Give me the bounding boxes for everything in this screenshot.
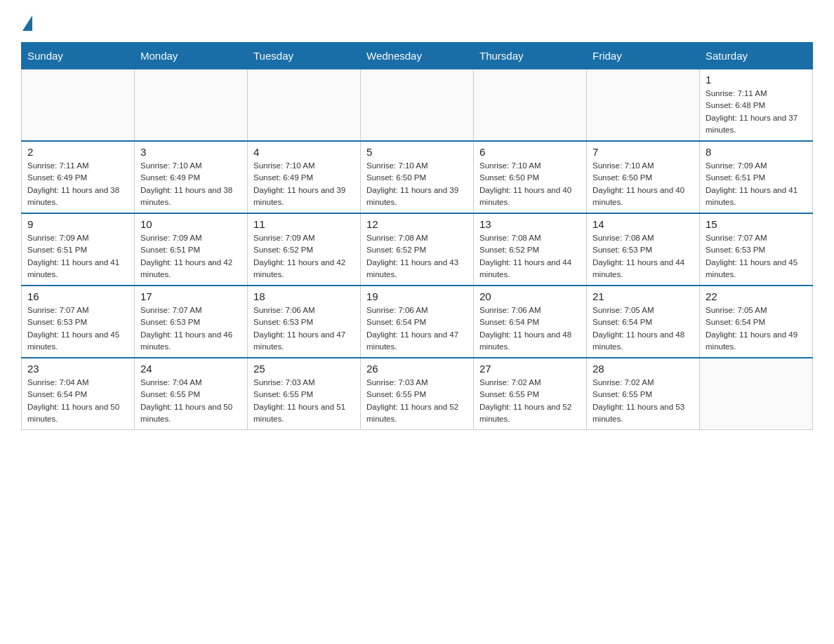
day-info: Sunrise: 7:09 AM Sunset: 6:51 PM Dayligh… [706,160,807,208]
calendar-day: 24Sunrise: 7:04 AM Sunset: 6:55 PM Dayli… [135,358,248,430]
calendar-day: 3Sunrise: 7:10 AM Sunset: 6:49 PM Daylig… [135,141,248,213]
day-number: 4 [253,146,355,158]
day-info: Sunrise: 7:07 AM Sunset: 6:53 PM Dayligh… [706,232,807,281]
calendar-day: 23Sunrise: 7:04 AM Sunset: 6:54 PM Dayli… [22,358,135,430]
day-number: 19 [366,290,468,302]
day-info: Sunrise: 7:11 AM Sunset: 6:49 PM Dayligh… [27,160,128,208]
day-info: Sunrise: 7:02 AM Sunset: 6:55 PM Dayligh… [593,377,694,425]
day-number: 3 [140,146,241,158]
day-info: Sunrise: 7:10 AM Sunset: 6:49 PM Dayligh… [140,160,241,208]
day-number: 17 [140,290,241,302]
day-info: Sunrise: 7:04 AM Sunset: 6:54 PM Dayligh… [27,377,128,425]
day-info: Sunrise: 7:08 AM Sunset: 6:53 PM Dayligh… [593,232,694,281]
day-info: Sunrise: 7:03 AM Sunset: 6:55 PM Dayligh… [366,377,468,425]
calendar-day [248,69,361,142]
calendar-day: 17Sunrise: 7:07 AM Sunset: 6:53 PM Dayli… [135,286,248,358]
calendar-day: 9Sunrise: 7:09 AM Sunset: 6:51 PM Daylig… [22,213,135,286]
day-info: Sunrise: 7:06 AM Sunset: 6:54 PM Dayligh… [479,304,581,353]
calendar-day: 10Sunrise: 7:09 AM Sunset: 6:51 PM Dayli… [135,213,248,286]
day-info: Sunrise: 7:02 AM Sunset: 6:55 PM Dayligh… [479,377,581,425]
calendar-day: 1Sunrise: 7:11 AM Sunset: 6:48 PM Daylig… [700,69,813,142]
day-number: 18 [253,290,355,302]
calendar-day [474,69,587,142]
day-info: Sunrise: 7:06 AM Sunset: 6:54 PM Dayligh… [366,304,468,353]
day-number: 23 [27,363,128,375]
calendar-day: 4Sunrise: 7:10 AM Sunset: 6:49 PM Daylig… [248,141,361,213]
day-number: 2 [27,146,128,158]
day-info: Sunrise: 7:09 AM Sunset: 6:51 PM Dayligh… [140,232,241,281]
calendar-day: 13Sunrise: 7:08 AM Sunset: 6:52 PM Dayli… [474,213,587,286]
calendar-day [361,69,474,142]
day-info: Sunrise: 7:05 AM Sunset: 6:54 PM Dayligh… [706,304,807,353]
day-info: Sunrise: 7:09 AM Sunset: 6:51 PM Dayligh… [27,232,128,281]
day-info: Sunrise: 7:05 AM Sunset: 6:54 PM Dayligh… [593,304,694,353]
calendar-header-saturday: Saturday [700,43,813,69]
calendar-day: 7Sunrise: 7:10 AM Sunset: 6:50 PM Daylig… [587,141,700,213]
calendar-day: 14Sunrise: 7:08 AM Sunset: 6:53 PM Dayli… [587,213,700,286]
calendar-day [135,69,248,142]
calendar-day [22,69,135,142]
calendar-header-sunday: Sunday [22,43,135,69]
day-info: Sunrise: 7:07 AM Sunset: 6:53 PM Dayligh… [140,304,241,353]
day-info: Sunrise: 7:10 AM Sunset: 6:49 PM Dayligh… [253,160,355,208]
calendar-day: 15Sunrise: 7:07 AM Sunset: 6:53 PM Dayli… [700,213,813,286]
day-info: Sunrise: 7:08 AM Sunset: 6:52 PM Dayligh… [479,232,581,281]
day-info: Sunrise: 7:08 AM Sunset: 6:52 PM Dayligh… [366,232,468,281]
calendar-day [700,358,813,430]
day-number: 6 [479,146,581,158]
day-info: Sunrise: 7:09 AM Sunset: 6:52 PM Dayligh… [253,232,355,281]
calendar-day: 11Sunrise: 7:09 AM Sunset: 6:52 PM Dayli… [248,213,361,286]
calendar-week-row: 16Sunrise: 7:07 AM Sunset: 6:53 PM Dayli… [22,286,813,358]
calendar-day: 6Sunrise: 7:10 AM Sunset: 6:50 PM Daylig… [474,141,587,213]
day-info: Sunrise: 7:04 AM Sunset: 6:55 PM Dayligh… [140,377,241,425]
page-header [21,14,813,31]
logo [21,14,32,31]
day-number: 25 [253,363,355,375]
day-number: 14 [593,218,694,230]
day-info: Sunrise: 7:03 AM Sunset: 6:55 PM Dayligh… [253,377,355,425]
calendar-day: 2Sunrise: 7:11 AM Sunset: 6:49 PM Daylig… [22,141,135,213]
day-number: 13 [479,218,581,230]
calendar-week-row: 23Sunrise: 7:04 AM Sunset: 6:54 PM Dayli… [22,358,813,430]
day-number: 7 [593,146,694,158]
calendar-header-wednesday: Wednesday [361,43,474,69]
calendar-day: 18Sunrise: 7:06 AM Sunset: 6:53 PM Dayli… [248,286,361,358]
calendar-table: SundayMondayTuesdayWednesdayThursdayFrid… [21,42,813,430]
day-number: 16 [27,290,128,302]
day-number: 22 [706,290,807,302]
day-number: 5 [366,146,468,158]
calendar-day: 21Sunrise: 7:05 AM Sunset: 6:54 PM Dayli… [587,286,700,358]
day-info: Sunrise: 7:10 AM Sunset: 6:50 PM Dayligh… [593,160,694,208]
calendar-day: 26Sunrise: 7:03 AM Sunset: 6:55 PM Dayli… [361,358,474,430]
day-number: 24 [140,363,241,375]
day-info: Sunrise: 7:07 AM Sunset: 6:53 PM Dayligh… [27,304,128,353]
day-info: Sunrise: 7:10 AM Sunset: 6:50 PM Dayligh… [479,160,581,208]
day-info: Sunrise: 7:06 AM Sunset: 6:53 PM Dayligh… [253,304,355,353]
calendar-header-thursday: Thursday [474,43,587,69]
calendar-day: 8Sunrise: 7:09 AM Sunset: 6:51 PM Daylig… [700,141,813,213]
day-number: 28 [593,363,694,375]
calendar-week-row: 2Sunrise: 7:11 AM Sunset: 6:49 PM Daylig… [22,141,813,213]
day-number: 12 [366,218,468,230]
day-number: 21 [593,290,694,302]
day-number: 9 [27,218,128,230]
calendar-header-tuesday: Tuesday [248,43,361,69]
day-info: Sunrise: 7:10 AM Sunset: 6:50 PM Dayligh… [366,160,468,208]
calendar-week-row: 1Sunrise: 7:11 AM Sunset: 6:48 PM Daylig… [22,69,813,142]
day-number: 26 [366,363,468,375]
calendar-day: 22Sunrise: 7:05 AM Sunset: 6:54 PM Dayli… [700,286,813,358]
day-number: 10 [140,218,241,230]
calendar-day: 5Sunrise: 7:10 AM Sunset: 6:50 PM Daylig… [361,141,474,213]
calendar-day: 27Sunrise: 7:02 AM Sunset: 6:55 PM Dayli… [474,358,587,430]
day-number: 15 [706,218,807,230]
day-number: 1 [706,74,807,86]
calendar-day: 20Sunrise: 7:06 AM Sunset: 6:54 PM Dayli… [474,286,587,358]
logo-triangle-icon [22,15,32,31]
day-number: 20 [479,290,581,302]
calendar-header-row: SundayMondayTuesdayWednesdayThursdayFrid… [22,43,813,69]
day-number: 11 [253,218,355,230]
calendar-day [587,69,700,142]
calendar-day: 12Sunrise: 7:08 AM Sunset: 6:52 PM Dayli… [361,213,474,286]
day-number: 8 [706,146,807,158]
day-number: 27 [479,363,581,375]
